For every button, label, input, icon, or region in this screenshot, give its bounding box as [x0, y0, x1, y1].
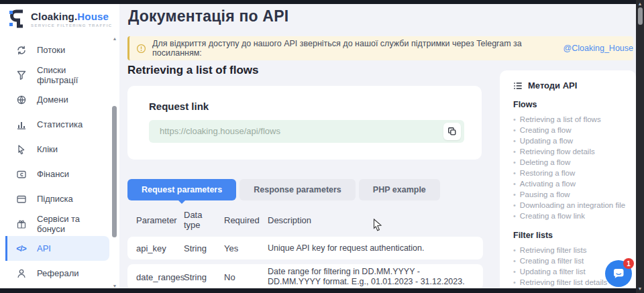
methods-link-text: Deleting a flow [520, 157, 570, 168]
code-icon: </> [15, 243, 27, 254]
bullet-icon: • [513, 146, 516, 157]
methods-link-text: Restoring a flow [520, 168, 575, 178]
methods-link[interactable]: • Restoring a flow [513, 168, 629, 178]
sidebar-item[interactable]: Потоки [5, 38, 109, 62]
logo-icon [9, 9, 25, 29]
cell-data-type: String [184, 243, 224, 253]
filter-icon [15, 69, 27, 80]
methods-link-text: Retrieving filter list details [520, 277, 607, 288]
bullet-icon: • [513, 255, 516, 266]
browser-scrollbar[interactable]: ▲ ▼ [636, 0, 644, 293]
bullet-icon: • [513, 114, 516, 125]
wallet-icon [15, 168, 27, 180]
chat-bubble-icon [612, 267, 626, 280]
sidebar-item[interactable]: Фінанси [5, 162, 109, 186]
scrollbar-thumb[interactable] [112, 106, 117, 237]
methods-link-text: Updating a flow [520, 135, 573, 146]
cell-parameter: api_key [127, 243, 184, 253]
copy-button[interactable] [443, 123, 461, 140]
logo-title: Cloaking.House [31, 11, 109, 22]
tab[interactable]: Response parameters [239, 179, 356, 200]
cell-data-type: String [184, 272, 224, 282]
sidebar-item-label: Реферали [37, 268, 79, 278]
tab[interactable]: PHP example [359, 179, 440, 200]
copy-icon [447, 127, 457, 136]
sidebar-item[interactable]: Статистика [5, 112, 109, 137]
sidebar-scrollbar[interactable]: ▲ ▼ [111, 31, 119, 288]
sidebar-item[interactable]: Домени [5, 87, 109, 112]
sidebar-item-label: Фінанси [37, 169, 69, 179]
methods-link[interactable]: • Downloading an integration file [513, 200, 629, 211]
sidebar-item-label: Статистика [37, 119, 83, 129]
sync-icon [15, 44, 27, 56]
table-row: api_key String Yes Unique API key for re… [127, 237, 483, 259]
bar-chart-icon [15, 119, 27, 130]
request-link-card: Request link https://cloaking.house/api/… [127, 86, 482, 160]
methods-link[interactable]: • Activating a flow [513, 178, 629, 189]
methods-panel-title-text: Методи API [528, 80, 577, 91]
scroll-down-arrow-icon[interactable]: ▼ [111, 284, 119, 288]
table-header-row: ParameterData typeRequiredDescription [127, 207, 483, 233]
app-window: ▲ ▼ Cloaking.House SERVICE FILTERING TRA… [0, 0, 644, 293]
scrollbar-thumb[interactable] [638, 7, 643, 25]
methods-link-text: Creating a flow link [520, 211, 585, 221]
telegram-link[interactable]: @Cloaking_House [564, 44, 633, 53]
sidebar-item[interactable]: Сервіси та бонуси [5, 211, 109, 236]
sidebar-item[interactable]: Підписка [5, 186, 109, 211]
scroll-down-arrow-icon[interactable]: ▼ [636, 286, 644, 292]
cell-description: Unique API key for request authenticatio… [268, 243, 483, 253]
chat-unread-badge: 1 [623, 258, 634, 269]
methods-group-title: Flows [513, 100, 629, 109]
methods-link-text: Retrieving filter lists [520, 245, 587, 255]
bullet-icon: • [513, 125, 516, 135]
methods-link[interactable]: • Creating a flow [513, 125, 629, 135]
sidebar-item-label: Домени [37, 95, 68, 105]
sidebar-item[interactable]: Реферали [5, 261, 109, 286]
sidebar-item[interactable]: </> API [5, 236, 109, 261]
methods-link-text: Creating a filter list [520, 255, 584, 266]
methods-link[interactable]: • Retrieving filter lists [513, 245, 629, 255]
bullet-icon: • [513, 157, 516, 168]
request-url-value: https://cloaking.house/api/flows [160, 120, 280, 143]
tab-bar: Request parametersResponse parametersPHP… [127, 179, 440, 200]
user-icon [15, 268, 27, 279]
section-title: Retrieving a list of flows [127, 64, 259, 77]
sidebar-item-label: API [37, 243, 51, 253]
table-body: api_key String Yes Unique API key for re… [127, 237, 483, 293]
bullet-icon: • [513, 266, 516, 277]
notice-text: Для відкриття доступу до нашого API звер… [152, 39, 557, 58]
sidebar: Cloaking.House SERVICE FILTERING TRAFFIC… [0, 4, 119, 288]
bullet-icon: • [513, 178, 516, 189]
sidebar-item-label: Потоки [37, 45, 65, 55]
methods-link[interactable]: • Pausing a flow [513, 189, 629, 200]
page-title: Документація по API [128, 7, 288, 25]
mouse-cursor [373, 219, 382, 231]
tab[interactable]: Request parameters [127, 179, 236, 200]
logo-subtitle: SERVICE FILTERING TRAFFIC [31, 23, 112, 27]
bullet-icon: • [513, 211, 516, 221]
sidebar-item[interactable]: Списки фільтрації [5, 62, 109, 87]
bullet-icon: • [513, 200, 516, 211]
request-url-field[interactable]: https://cloaking.house/api/flows [149, 120, 464, 143]
globe-icon [15, 94, 27, 105]
sidebar-item[interactable]: Кліки [5, 137, 109, 162]
methods-link-text: Creating a flow [520, 125, 572, 135]
bullet-icon: • [513, 168, 516, 178]
scroll-up-arrow-icon[interactable]: ▲ [636, 1, 644, 7]
scroll-up-arrow-icon[interactable]: ▲ [111, 36, 119, 41]
methods-link[interactable]: • Deleting a flow [513, 157, 629, 168]
logo[interactable]: Cloaking.House SERVICE FILTERING TRAFFIC [9, 9, 112, 29]
cell-required: Yes [224, 243, 268, 253]
methods-link[interactable]: • Updating a flow [513, 135, 629, 146]
methods-link-text: Retrieving a list of flows [520, 114, 601, 125]
sidebar-menu: Потоки Списки фільтрації Домени Статисти… [0, 38, 119, 286]
methods-group-title: Filter lists [513, 231, 629, 240]
chat-widget-button[interactable]: 1 [605, 260, 632, 287]
methods-link[interactable]: • Retrieving a list of flows [513, 114, 629, 125]
bullet-icon: • [513, 277, 516, 288]
table-header-cell: Required [224, 215, 268, 225]
bullet-icon: • [513, 245, 516, 255]
methods-link[interactable]: • Creating a flow link [513, 211, 629, 221]
bullet-icon: • [513, 135, 516, 146]
methods-link[interactable]: • Retrieving flow details [513, 146, 629, 157]
